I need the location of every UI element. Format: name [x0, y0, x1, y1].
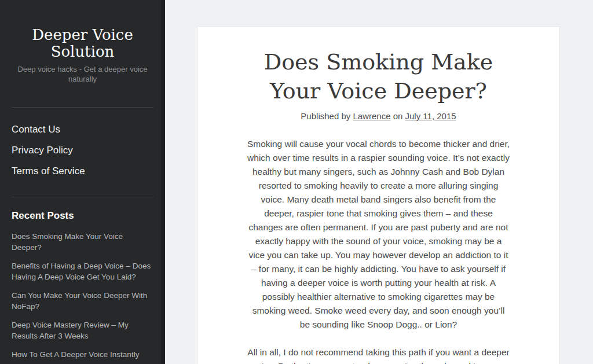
recent-posts-list: Does Smoking Make Your Voice Deeper? Ben… [12, 231, 153, 360]
recent-post-link[interactable]: Does Smoking Make Your Voice Deeper? [12, 232, 123, 252]
article-card: Does Smoking Make Your Voice Deeper? Pub… [197, 26, 560, 364]
article-body: Smoking will cause your vocal chords to … [246, 137, 511, 364]
page-title: Does Smoking Make Your Voice Deeper? [246, 47, 511, 105]
recent-post-link[interactable]: Benefits of Having a Deep Voice – Does H… [12, 262, 151, 281]
recent-post-link[interactable]: How To Get A Deeper Voice Instantly [12, 350, 139, 359]
byline-connector: on [393, 111, 403, 121]
date-link[interactable]: July 11, 2015 [405, 111, 456, 121]
nav-item-contact-us[interactable]: Contact Us [12, 124, 153, 135]
byline-prefix: Published by [301, 111, 350, 121]
article-paragraph: Smoking will cause your vocal chords to … [246, 137, 511, 332]
sidebar-edge-strip [161, 0, 165, 364]
byline: Published by Lawrence on July 11, 2015 [246, 111, 511, 121]
nav-item-terms-of-service[interactable]: Terms of Service [12, 166, 153, 177]
content-area: Does Smoking Make Your Voice Deeper? Pub… [165, 0, 593, 364]
sidebar-divider [12, 107, 153, 108]
site-title[interactable]: Deeper Voice Solution [12, 27, 153, 60]
recent-post-link[interactable]: Deep Voice Mastery Review – My Results A… [12, 321, 129, 340]
article-paragraph: All in all, I do not recommend taking th… [246, 345, 511, 364]
list-item: Does Smoking Make Your Voice Deeper? [12, 231, 153, 253]
sidebar-divider [12, 197, 153, 197]
recent-posts-heading: Recent Posts [12, 210, 153, 222]
recent-post-link[interactable]: Can You Make Your Voice Deeper With NoFa… [12, 291, 147, 311]
sidebar: Deeper Voice Solution Deep voice hacks -… [0, 0, 165, 364]
site-tagline: Deep voice hacks - Get a deeper voice na… [12, 64, 153, 84]
nav-item-privacy-policy[interactable]: Privacy Policy [12, 145, 153, 156]
list-item: Deep Voice Mastery Review – My Results A… [12, 319, 153, 341]
author-link[interactable]: Lawrence [353, 111, 390, 121]
list-item: How To Get A Deeper Voice Instantly [12, 349, 153, 360]
list-item: Can You Make Your Voice Deeper With NoFa… [12, 290, 153, 312]
sidebar-nav: Contact Us Privacy Policy Terms of Servi… [12, 124, 153, 177]
list-item: Benefits of Having a Deep Voice – Does H… [12, 260, 153, 282]
